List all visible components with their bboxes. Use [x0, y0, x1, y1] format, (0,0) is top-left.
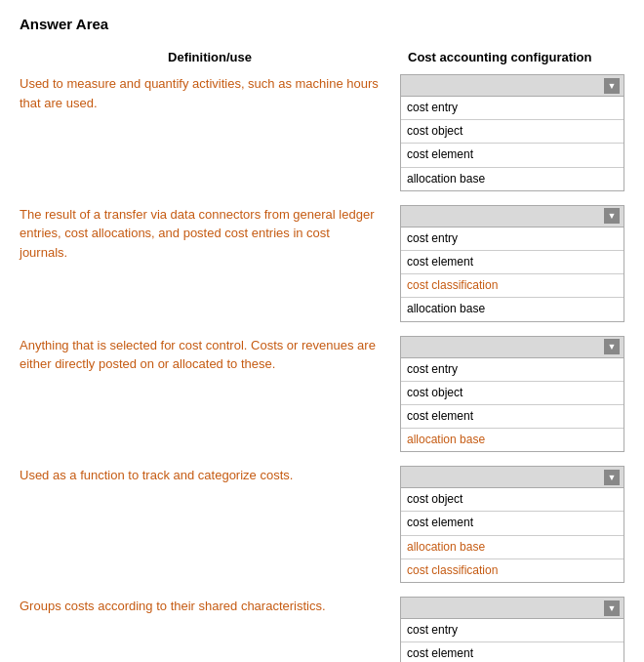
- dropdown-item[interactable]: allocation base: [401, 429, 624, 451]
- dropdown-header[interactable]: ▼: [401, 75, 624, 97]
- question-row: Anything that is selected for cost contr…: [20, 336, 624, 453]
- config-dropdown-q4[interactable]: ▼cost objectcost elementallocation basec…: [400, 466, 624, 583]
- dropdown-header[interactable]: ▼: [401, 467, 624, 488]
- dropdown-item[interactable]: cost object: [401, 120, 624, 144]
- dropdown-item[interactable]: cost element: [401, 512, 624, 535]
- chevron-down-icon[interactable]: ▼: [604, 600, 620, 616]
- dropdown-item[interactable]: cost classification: [401, 559, 624, 582]
- dropdown-header[interactable]: ▼: [401, 598, 624, 619]
- chevron-down-icon[interactable]: ▼: [604, 208, 620, 224]
- definition-text-q1: Used to measure and quantify activities,…: [20, 74, 400, 112]
- config-dropdown-q5[interactable]: ▼cost entrycost elementallocation baseco…: [400, 597, 624, 662]
- config-dropdown-q1[interactable]: ▼cost entrycost objectcost elementalloca…: [400, 74, 624, 191]
- dropdown-item[interactable]: cost object: [401, 488, 624, 512]
- definition-span: Anything that is selected for cost contr…: [20, 338, 376, 372]
- definition-text-q4: Used as a function to track and categori…: [20, 466, 400, 485]
- dropdown-item[interactable]: cost element: [401, 405, 624, 429]
- dropdown-item[interactable]: allocation base: [401, 298, 624, 320]
- question-row: The result of a transfer via data connec…: [20, 205, 624, 322]
- question-row: Used as a function to track and categori…: [20, 466, 624, 583]
- dropdown-header[interactable]: ▼: [401, 206, 624, 228]
- dropdown-item[interactable]: cost element: [401, 144, 624, 167]
- dropdown-item[interactable]: cost classification: [401, 274, 624, 298]
- chevron-down-icon[interactable]: ▼: [604, 339, 620, 354]
- config-dropdown-q3[interactable]: ▼cost entrycost objectcost elementalloca…: [400, 336, 624, 453]
- definition-span: Used as a function to track and categori…: [20, 468, 293, 482]
- definition-header: Definition/use: [20, 50, 400, 64]
- dropdown-item[interactable]: allocation base: [401, 536, 624, 559]
- config-dropdown-q2[interactable]: ▼cost entrycost elementcost classificati…: [400, 205, 624, 322]
- dropdown-item[interactable]: cost element: [401, 251, 624, 274]
- table-header: Definition/use Cost accounting configura…: [20, 50, 624, 64]
- dropdown-header[interactable]: ▼: [401, 337, 624, 358]
- question-row: Groups costs according to their shared c…: [20, 597, 624, 662]
- page-title: Answer Area: [20, 16, 624, 32]
- definition-text-q3: Anything that is selected for cost contr…: [20, 336, 400, 374]
- definition-span: Used to measure and quantify activities,…: [20, 76, 379, 110]
- dropdown-item[interactable]: cost element: [401, 642, 624, 662]
- config-header: Cost accounting configuration: [400, 50, 624, 64]
- definition-text-q2: The result of a transfer via data connec…: [20, 205, 400, 263]
- question-row: Used to measure and quantify activities,…: [20, 74, 624, 191]
- definition-text-q5: Groups costs according to their shared c…: [20, 597, 400, 616]
- chevron-down-icon[interactable]: ▼: [604, 470, 620, 485]
- dropdown-item[interactable]: cost entry: [401, 619, 624, 642]
- dropdown-item[interactable]: cost entry: [401, 228, 624, 251]
- definition-span: The result of a transfer via data connec…: [20, 207, 374, 260]
- answer-area: Definition/use Cost accounting configura…: [20, 50, 624, 662]
- chevron-down-icon[interactable]: ▼: [604, 78, 620, 94]
- dropdown-item[interactable]: cost entry: [401, 97, 624, 120]
- dropdown-item[interactable]: cost object: [401, 382, 624, 405]
- definition-span: Groups costs according to their shared c…: [20, 599, 326, 613]
- questions-container: Used to measure and quantify activities,…: [20, 74, 624, 662]
- dropdown-item[interactable]: allocation base: [401, 168, 624, 190]
- dropdown-item[interactable]: cost entry: [401, 358, 624, 382]
